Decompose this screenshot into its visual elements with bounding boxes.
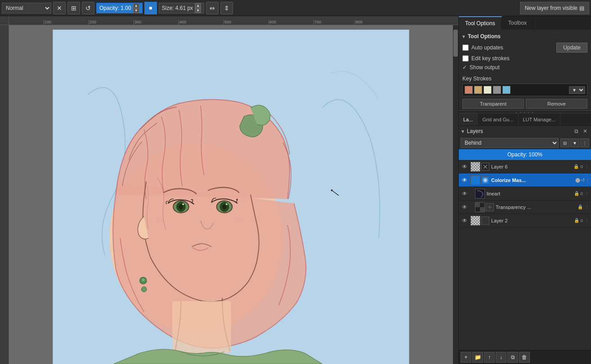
size-stepper[interactable]: ▲ ▼ [195,3,201,13]
vertical-scrollbar[interactable] [453,25,458,364]
color-swatches-row: ▼ [462,84,587,96]
new-layer-from-visible-btn[interactable]: New layer from visible ▤ [520,2,589,14]
swatch-2[interactable] [474,86,482,94]
scrollbar-thumb[interactable] [453,30,458,57]
layer-visibility-btn[interactable]: 👁 [460,216,470,226]
layer-duplicate-btn[interactable]: ⧉ [507,352,518,363]
layers-title-label: Layers [467,128,483,134]
blend-more-btn[interactable]: ⋮ [580,138,589,147]
flip-h-btn[interactable]: ⇔ [206,2,219,14]
layer-visibility-btn[interactable]: 👁 [460,202,470,212]
svg-point-17 [484,179,487,182]
transparent-button[interactable]: Transparent [462,99,524,109]
layer-item[interactable]: 👁 lineart 🔒 α ⋮ [459,187,591,200]
layers-arrow-icon: ▼ [461,129,465,134]
layer-mask-transparency [486,203,494,211]
canvas-wrapper: 100 200 300 400 500 600 700 800 [0,16,458,364]
show-output-row: ✓ Show output [461,63,589,72]
layer-item[interactable]: 👁 Colorize Mas... ⬤ ↺ ⋮ [459,173,591,187]
layers-close-btn[interactable]: ✕ [581,127,589,135]
ruler-row: 100 200 300 400 500 600 700 800 [0,16,458,25]
layer-add-btn[interactable]: + [461,352,471,363]
opacity-up-btn[interactable]: ▲ [133,3,139,8]
ruler-tick-800: 800 [356,20,363,24]
layer-raise-btn[interactable]: ↑ [484,352,495,363]
key-strokes-section: Key Strokes ▼ Transparent Remove [459,74,591,111]
svg-rect-20 [480,207,484,212]
layers-tab-layers[interactable]: La... [459,113,478,125]
svg-point-5 [182,203,184,205]
layer-thumbnail [470,175,480,185]
drawing-canvas[interactable] [13,30,448,364]
layer-delete-btn[interactable]: 🗑 [519,352,530,363]
layers-section: La... Grid and Gu... LUT Manage... ▼ Lay… [459,113,591,364]
show-output-check-icon: ✓ [462,64,467,71]
swatch-4[interactable] [493,86,501,94]
layers-tab-lut[interactable]: LUT Manage... [519,113,561,125]
layers-list[interactable]: 👁 Layer 6 🔒 α ⋮ 👁 [459,160,591,350]
layer-item[interactable]: 👁 Layer 6 🔒 α ⋮ [459,160,591,173]
canvas-scroll[interactable] [9,25,453,364]
blend-down-btn[interactable]: ▼ [570,138,579,147]
layer-more-btn-2[interactable]: ⋮ [584,191,590,197]
layer-more-btn[interactable]: ⋮ [584,164,590,170]
tab-tool-options-label: Tool Options [465,20,495,27]
layer-action-icon-1: ↺ [581,178,585,182]
size-down-btn[interactable]: ▼ [195,8,201,13]
right-panel: Tool Options Toolbox ▼ Tool Options Auto… [458,16,591,364]
size-label: Size: 4.61 px [162,5,193,11]
layer-mask-2 [481,217,489,225]
layers-tab-grid[interactable]: Grid and Gu... [478,113,518,125]
swatch-dropdown[interactable]: ▼ [569,86,585,94]
panel-tabs: Tool Options Toolbox [459,16,591,30]
svg-rect-22 [482,218,488,224]
swatch-3[interactable] [484,86,492,94]
layer-lower-btn[interactable]: ↓ [496,352,506,363]
svg-point-4 [179,204,184,209]
layers-copy-btn[interactable]: ⧉ [572,127,580,135]
layer-name: lineart [486,191,573,196]
layer-item[interactable]: 👁 Transparency ... 🔒 ⋮ [459,200,591,214]
edit-key-strokes-row: Edit key strokes [461,54,589,63]
update-button[interactable]: Update [556,43,587,53]
tool-option-btn[interactable]: ⊞ [67,2,80,14]
layer-folder-btn[interactable]: 📁 [472,352,483,363]
layer-thumbnail [470,162,480,172]
canvas-viewport[interactable] [9,25,453,364]
layer-more-btn-3[interactable]: ⋮ [584,204,590,210]
erase-tool-btn[interactable]: ✕ [53,2,66,14]
blend-filter-btn[interactable]: ⊟ [560,138,569,147]
remove-button[interactable]: Remove [526,99,587,109]
layer-item[interactable]: 👁 Layer 2 🔒 α ⋮ [459,214,591,227]
main-area: 100 200 300 400 500 600 700 800 [0,16,591,364]
layer-visibility-btn[interactable]: 👁 [460,162,470,172]
swatch-1[interactable] [465,86,473,94]
layer-more-btn-4[interactable]: ⋮ [584,218,590,224]
opacity-down-btn[interactable]: ▼ [133,8,139,13]
flip-v-btn[interactable]: ⇕ [220,2,233,14]
ruler-tick-700: 700 [314,20,321,24]
layers-tab-layers-label: La... [463,117,473,122]
layers-opacity-row: Opacity: 100% [459,149,591,160]
tab-tool-options[interactable]: Tool Options [459,16,502,30]
layers-blend-select[interactable]: Behind Normal [461,138,559,148]
blend-mode-select[interactable]: Normal Behind Multiply [2,3,51,13]
size-up-btn[interactable]: ▲ [195,3,201,8]
auto-updates-checkbox[interactable] [462,44,469,51]
horizontal-ruler: 100 200 300 400 500 600 700 800 [9,16,458,25]
edit-key-strokes-checkbox[interactable] [462,55,469,62]
opacity-stepper[interactable]: ▲ ▼ [133,3,139,13]
show-output-label: Show output [470,64,500,71]
tab-toolbox[interactable]: Toolbox [502,16,533,30]
edit-key-strokes-label: Edit key strokes [471,55,510,62]
layer-alpha-icon: α [580,164,583,169]
swatch-5[interactable] [502,86,510,94]
layer-visibility-btn[interactable]: 👁 [460,189,470,199]
tool-options-header: ▼ Tool Options [461,31,589,41]
layer-visibility-btn[interactable]: 👁 [460,175,470,185]
reset-btn[interactable]: ↺ [82,2,94,14]
layer-mask-icon [481,176,489,184]
layer-lock-icon: 🔒 [573,164,579,170]
layer-name: Transparency ... [495,204,577,210]
tool-options-section: ▼ Tool Options Auto updates Update Edit … [459,30,591,74]
